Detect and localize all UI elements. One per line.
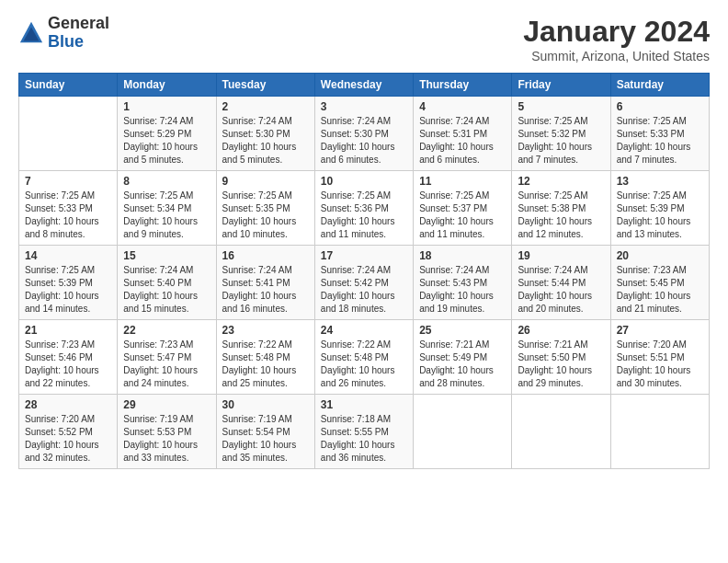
day-number: 20 (617, 249, 703, 262)
cell-0-3: 3Sunrise: 7:24 AMSunset: 5:30 PMDaylight… (314, 97, 413, 171)
day-number: 31 (321, 398, 407, 411)
day-number: 19 (518, 249, 604, 262)
cell-2-6: 20Sunrise: 7:23 AMSunset: 5:45 PMDayligh… (610, 246, 709, 320)
day-number: 3 (321, 100, 407, 113)
day-number: 9 (222, 175, 309, 188)
day-number: 10 (321, 175, 407, 188)
logo-general: General (48, 14, 109, 32)
day-number: 7 (25, 175, 111, 188)
day-info: Sunrise: 7:21 AMSunset: 5:49 PMDaylight:… (419, 339, 506, 390)
day-info: Sunrise: 7:25 AMSunset: 5:36 PMDaylight:… (321, 190, 407, 241)
day-number: 18 (419, 249, 506, 262)
day-info: Sunrise: 7:24 AMSunset: 5:30 PMDaylight:… (222, 115, 309, 167)
day-info: Sunrise: 7:24 AMSunset: 5:42 PMDaylight:… (321, 264, 407, 316)
day-info: Sunrise: 7:21 AMSunset: 5:50 PMDaylight:… (518, 339, 604, 390)
cell-3-5: 26Sunrise: 7:21 AMSunset: 5:50 PMDayligh… (512, 320, 610, 395)
day-info: Sunrise: 7:24 AMSunset: 5:43 PMDaylight:… (419, 264, 506, 316)
cell-0-2: 2Sunrise: 7:24 AMSunset: 5:30 PMDaylight… (216, 97, 314, 171)
day-info: Sunrise: 7:25 AMSunset: 5:38 PMDaylight:… (518, 190, 604, 241)
cell-1-2: 9Sunrise: 7:25 AMSunset: 5:35 PMDaylight… (216, 171, 314, 246)
header: General Blue January 2024 Summit, Arizon… (18, 15, 710, 63)
day-info: Sunrise: 7:25 AMSunset: 5:37 PMDaylight:… (419, 190, 506, 241)
day-number: 8 (123, 175, 210, 188)
cell-3-2: 23Sunrise: 7:22 AMSunset: 5:48 PMDayligh… (216, 320, 314, 395)
day-number: 5 (518, 100, 604, 113)
day-info: Sunrise: 7:25 AMSunset: 5:32 PMDaylight:… (518, 115, 604, 167)
cell-4-2: 30Sunrise: 7:19 AMSunset: 5:54 PMDayligh… (216, 395, 314, 469)
day-number: 13 (617, 175, 703, 188)
day-info: Sunrise: 7:25 AMSunset: 5:39 PMDaylight:… (617, 190, 703, 241)
week-row-3: 21Sunrise: 7:23 AMSunset: 5:46 PMDayligh… (19, 320, 710, 395)
day-info: Sunrise: 7:25 AMSunset: 5:35 PMDaylight:… (222, 190, 309, 241)
cell-0-4: 4Sunrise: 7:24 AMSunset: 5:31 PMDaylight… (414, 97, 512, 171)
day-number: 22 (123, 324, 210, 337)
day-info: Sunrise: 7:25 AMSunset: 5:34 PMDaylight:… (123, 190, 210, 241)
day-info: Sunrise: 7:22 AMSunset: 5:48 PMDaylight:… (222, 339, 309, 390)
logo-icon (18, 20, 44, 46)
cell-1-4: 11Sunrise: 7:25 AMSunset: 5:37 PMDayligh… (414, 171, 512, 246)
day-number: 12 (518, 175, 604, 188)
col-friday: Friday (512, 74, 610, 97)
cell-0-0 (19, 97, 118, 171)
cell-2-2: 16Sunrise: 7:24 AMSunset: 5:41 PMDayligh… (216, 246, 314, 320)
day-number: 4 (419, 100, 506, 113)
cell-3-6: 27Sunrise: 7:20 AMSunset: 5:51 PMDayligh… (610, 320, 709, 395)
day-number: 15 (123, 249, 210, 262)
logo: General Blue (18, 15, 109, 52)
cell-1-0: 7Sunrise: 7:25 AMSunset: 5:33 PMDaylight… (19, 171, 118, 246)
cell-1-1: 8Sunrise: 7:25 AMSunset: 5:34 PMDaylight… (118, 171, 216, 246)
day-info: Sunrise: 7:19 AMSunset: 5:54 PMDaylight:… (222, 413, 309, 465)
col-monday: Monday (118, 74, 216, 97)
day-info: Sunrise: 7:24 AMSunset: 5:41 PMDaylight:… (222, 264, 309, 316)
calendar-header: Sunday Monday Tuesday Wednesday Thursday… (19, 74, 710, 97)
cell-3-4: 25Sunrise: 7:21 AMSunset: 5:49 PMDayligh… (414, 320, 512, 395)
cell-0-5: 5Sunrise: 7:25 AMSunset: 5:32 PMDaylight… (512, 97, 610, 171)
col-sunday: Sunday (19, 74, 118, 97)
cell-4-3: 31Sunrise: 7:18 AMSunset: 5:55 PMDayligh… (314, 395, 413, 469)
col-wednesday: Wednesday (314, 74, 413, 97)
day-info: Sunrise: 7:25 AMSunset: 5:33 PMDaylight:… (25, 190, 111, 241)
week-row-4: 28Sunrise: 7:20 AMSunset: 5:52 PMDayligh… (19, 395, 710, 469)
day-number: 28 (25, 398, 111, 411)
day-info: Sunrise: 7:24 AMSunset: 5:30 PMDaylight:… (321, 115, 407, 167)
logo-blue: Blue (48, 32, 84, 51)
day-number: 2 (222, 100, 309, 113)
cell-4-1: 29Sunrise: 7:19 AMSunset: 5:53 PMDayligh… (118, 395, 216, 469)
cell-2-3: 17Sunrise: 7:24 AMSunset: 5:42 PMDayligh… (314, 246, 413, 320)
col-thursday: Thursday (414, 74, 512, 97)
day-number: 24 (321, 324, 407, 337)
day-number: 16 (222, 249, 309, 262)
day-number: 6 (617, 100, 703, 113)
day-info: Sunrise: 7:20 AMSunset: 5:52 PMDaylight:… (25, 413, 111, 465)
day-number: 25 (419, 324, 506, 337)
week-row-0: 1Sunrise: 7:24 AMSunset: 5:29 PMDaylight… (19, 97, 710, 171)
day-info: Sunrise: 7:23 AMSunset: 5:47 PMDaylight:… (123, 339, 210, 390)
cell-2-0: 14Sunrise: 7:25 AMSunset: 5:39 PMDayligh… (19, 246, 118, 320)
day-info: Sunrise: 7:23 AMSunset: 5:46 PMDaylight:… (25, 339, 111, 390)
location: Summit, Arizona, United States (523, 49, 710, 63)
day-number: 14 (25, 249, 111, 262)
day-info: Sunrise: 7:24 AMSunset: 5:29 PMDaylight:… (123, 115, 210, 167)
cell-4-0: 28Sunrise: 7:20 AMSunset: 5:52 PMDayligh… (19, 395, 118, 469)
cell-1-3: 10Sunrise: 7:25 AMSunset: 5:36 PMDayligh… (314, 171, 413, 246)
page-container: General Blue January 2024 Summit, Arizon… (0, 0, 728, 478)
calendar-body: 1Sunrise: 7:24 AMSunset: 5:29 PMDaylight… (19, 97, 710, 469)
cell-2-5: 19Sunrise: 7:24 AMSunset: 5:44 PMDayligh… (512, 246, 610, 320)
day-info: Sunrise: 7:20 AMSunset: 5:51 PMDaylight:… (617, 339, 703, 390)
header-row: Sunday Monday Tuesday Wednesday Thursday… (19, 74, 710, 97)
day-number: 29 (123, 398, 210, 411)
cell-4-4 (414, 395, 512, 469)
cell-1-5: 12Sunrise: 7:25 AMSunset: 5:38 PMDayligh… (512, 171, 610, 246)
cell-4-6 (610, 395, 709, 469)
logo-text: General Blue (48, 15, 109, 52)
cell-3-3: 24Sunrise: 7:22 AMSunset: 5:48 PMDayligh… (314, 320, 413, 395)
week-row-2: 14Sunrise: 7:25 AMSunset: 5:39 PMDayligh… (19, 246, 710, 320)
cell-4-5 (512, 395, 610, 469)
day-number: 23 (222, 324, 309, 337)
week-row-1: 7Sunrise: 7:25 AMSunset: 5:33 PMDaylight… (19, 171, 710, 246)
day-number: 27 (617, 324, 703, 337)
day-number: 26 (518, 324, 604, 337)
title-block: January 2024 Summit, Arizona, United Sta… (523, 15, 710, 63)
day-number: 11 (419, 175, 506, 188)
calendar-table: Sunday Monday Tuesday Wednesday Thursday… (18, 73, 710, 469)
